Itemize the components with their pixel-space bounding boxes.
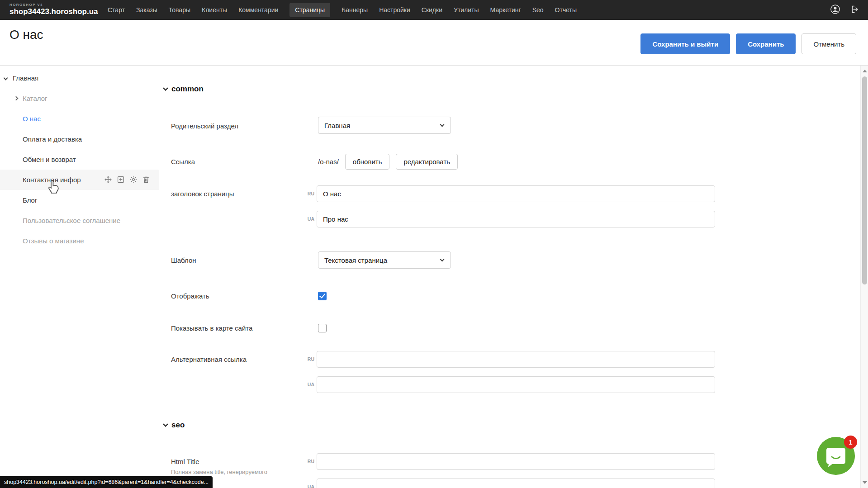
chat-unread-badge: 1 xyxy=(844,436,857,449)
link-path: /o-nas/ xyxy=(318,158,339,166)
section-common-toggle[interactable]: common xyxy=(164,85,204,94)
nav-menu: Старт Заказы Товары Клиенты Комментарии … xyxy=(108,0,577,20)
logo-version: HOROSHOP V4 xyxy=(9,3,98,7)
section-seo-toggle[interactable]: seo xyxy=(164,421,185,430)
page-title-ua-input[interactable] xyxy=(317,211,715,227)
chevron-down-icon xyxy=(440,123,445,127)
chevron-down-icon xyxy=(440,257,445,262)
nav-item-reports[interactable]: Отчеты xyxy=(555,6,577,14)
chevron-down-icon xyxy=(163,85,168,90)
add-icon[interactable] xyxy=(117,175,125,184)
chevron-down-icon[interactable] xyxy=(4,76,8,81)
nav-item-banners[interactable]: Баннеры xyxy=(342,6,368,14)
page-title-ru-input[interactable] xyxy=(317,185,715,202)
vertical-scrollbar[interactable] xyxy=(860,66,868,488)
nav-item-settings[interactable]: Настройки xyxy=(379,6,410,14)
tree-item-otzyvy[interactable]: Отзывы о магазине xyxy=(0,231,159,251)
lang-badge-ru: RU xyxy=(301,191,314,196)
sitemap-label: Показывать в карте сайта xyxy=(171,324,252,332)
tree-item-label: Блог xyxy=(23,196,37,204)
tree-item-label: Контактная инфор xyxy=(23,176,81,184)
nav-item-clients[interactable]: Клиенты xyxy=(202,6,227,14)
tree-item-o-nas[interactable]: О нас xyxy=(0,109,159,129)
tree-item-blog[interactable]: Блог xyxy=(0,190,159,210)
display-checkbox[interactable] xyxy=(318,292,327,300)
tree-item-actions xyxy=(104,175,150,184)
template-select[interactable]: Текстовая страница xyxy=(318,251,451,269)
logo[interactable]: HOROSHOP V4 shop34423.horoshop.ua xyxy=(9,3,98,16)
section-title: common xyxy=(171,85,204,94)
scroll-up-arrow[interactable] xyxy=(863,70,867,72)
link-label: Ссылка xyxy=(171,158,195,166)
template-value: Текстовая страница xyxy=(324,256,387,264)
link-edit-button[interactable]: редактировать xyxy=(396,154,458,170)
settings-gear-icon[interactable] xyxy=(129,175,138,184)
tree-item-obmen[interactable]: Обмен и возврат xyxy=(0,149,159,170)
save-button[interactable]: Сохранить xyxy=(736,33,796,54)
tree-item-soglashenie[interactable]: Пользовательское соглашение xyxy=(0,210,159,231)
header-actions: Сохранить и выйти Сохранить Отменить xyxy=(640,33,856,54)
logout-icon[interactable] xyxy=(850,5,860,16)
cancel-button[interactable]: Отменить xyxy=(802,33,856,54)
chevron-right-icon[interactable] xyxy=(14,96,19,101)
nav-item-start[interactable]: Старт xyxy=(108,6,125,14)
page-title: О нас xyxy=(9,28,43,42)
link-refresh-button[interactable]: обновить xyxy=(345,154,390,170)
html-title-ua-input[interactable] xyxy=(317,479,715,488)
page-title-label: заголовок страницы xyxy=(171,190,234,198)
nav-item-pages[interactable]: Страницы xyxy=(289,3,330,17)
tree-item-label: Главная xyxy=(13,74,38,82)
section-title: seo xyxy=(171,421,185,430)
alt-link-ru-input[interactable] xyxy=(317,351,715,368)
parent-section-label: Родительский раздел xyxy=(171,122,238,130)
html-title-ru-input[interactable] xyxy=(317,453,715,470)
html-title-hint: Полная замена title, генерируемого xyxy=(171,469,267,475)
page-edit-form: common Родительский раздел Главная Ссылк… xyxy=(160,66,860,488)
tree-item-label: Отзывы о магазине xyxy=(23,237,84,245)
lang-badge-ua: UA xyxy=(301,216,314,222)
link-row: /o-nas/ обновить редактировать xyxy=(318,154,458,170)
tree-item-label: О нас xyxy=(23,115,41,123)
tree-item-label: Каталог xyxy=(23,95,47,102)
tree-item-oplata[interactable]: Оплата и доставка xyxy=(0,129,159,149)
nav-item-utilities[interactable]: Утилиты xyxy=(454,6,479,14)
lang-badge-ua: UA xyxy=(301,382,314,387)
lang-badge-ua: UA xyxy=(301,484,314,488)
tree-item-label: Оплата и доставка xyxy=(23,135,82,143)
user-account-icon[interactable] xyxy=(830,4,840,16)
template-label: Шаблон xyxy=(171,256,196,264)
alt-link-label: Альтернативная ссылка xyxy=(171,355,247,363)
pages-tree-sidebar: Главная Каталог О нас Оплата и доставка … xyxy=(0,66,159,488)
display-label: Отображать xyxy=(171,292,209,300)
nav-item-comments[interactable]: Комментарии xyxy=(238,6,278,14)
page-header: О нас Сохранить и выйти Сохранить Отмени… xyxy=(0,20,868,66)
logo-domain: shop34423.horoshop.ua xyxy=(9,7,98,16)
nav-item-marketing[interactable]: Маркетинг xyxy=(490,6,521,14)
scrollbar-thumb[interactable] xyxy=(862,76,867,284)
tree-item-kontaktnaya[interactable]: Контактная инфор xyxy=(0,170,159,190)
nav-item-discounts[interactable]: Скидки xyxy=(422,6,442,14)
delete-trash-icon[interactable] xyxy=(142,175,150,184)
parent-section-value: Главная xyxy=(324,122,350,129)
sitemap-checkbox[interactable] xyxy=(318,324,327,332)
nav-item-seo[interactable]: Seo xyxy=(532,6,544,14)
tree-item-katalog[interactable]: Каталог xyxy=(0,88,159,109)
alt-link-ua-input[interactable] xyxy=(317,376,715,393)
lang-badge-ru: RU xyxy=(301,459,314,464)
tree-item-label: Пользовательское соглашение xyxy=(23,217,120,224)
parent-section-select[interactable]: Главная xyxy=(318,117,451,134)
scroll-down-arrow[interactable] xyxy=(863,481,867,484)
tree-item-label: Обмен и возврат xyxy=(23,156,76,163)
top-navbar: HOROSHOP V4 shop34423.horoshop.ua Старт … xyxy=(0,0,868,20)
html-title-label: Html Title xyxy=(171,458,199,465)
nav-right-icons xyxy=(830,0,860,20)
nav-item-products[interactable]: Товары xyxy=(169,6,190,14)
app-root: HOROSHOP V4 shop34423.horoshop.ua Старт … xyxy=(0,0,868,488)
tree-item-glavnaya[interactable]: Главная xyxy=(0,68,159,88)
link-preview-statusbar: shop34423.horoshop.ua/edit/edit.php?id=6… xyxy=(0,476,213,488)
lang-badge-ru: RU xyxy=(301,356,314,362)
save-and-exit-button[interactable]: Сохранить и выйти xyxy=(640,33,730,54)
chevron-down-icon xyxy=(163,422,168,426)
nav-item-orders[interactable]: Заказы xyxy=(136,6,157,14)
move-icon[interactable] xyxy=(104,175,112,184)
